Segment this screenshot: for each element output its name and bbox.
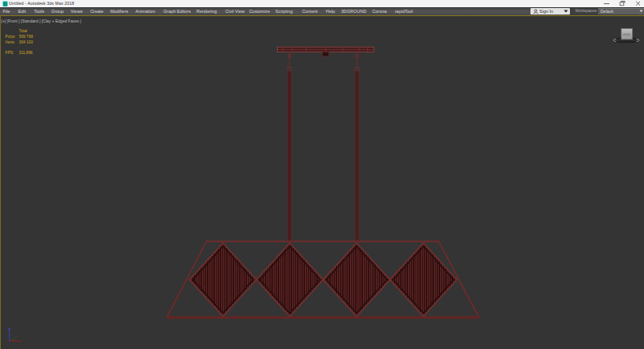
- svg-text:x: x: [20, 339, 23, 343]
